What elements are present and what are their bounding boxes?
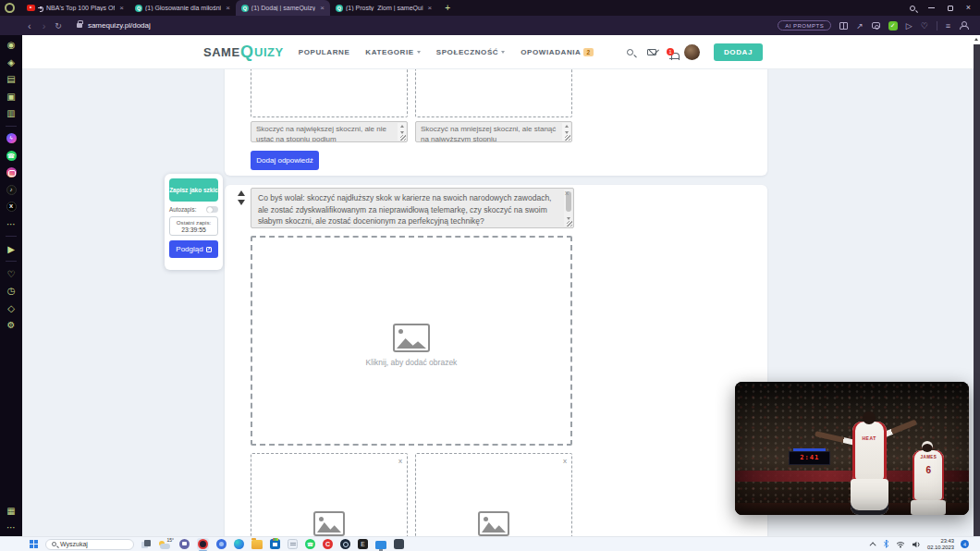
vpn-shield-icon[interactable]: ✓ — [888, 21, 898, 31]
address-bar[interactable]: samequizy.pl/dodaj — [88, 21, 151, 30]
speed-dial-icon[interactable]: ◈ — [6, 57, 17, 67]
gx-store-icon[interactable]: ▤ — [6, 74, 17, 84]
nav-spolecznosc[interactable]: SPOŁECZNOŚĆ — [436, 48, 506, 56]
close-button[interactable]: × — [966, 4, 971, 12]
opera-gx-taskbar-active[interactable] — [197, 538, 209, 550]
messages-envelope-icon[interactable] — [647, 49, 656, 56]
answer4-image-dropzone[interactable]: x — [415, 453, 572, 536]
flow-icon[interactable]: ▷ — [906, 21, 913, 31]
ccleaner-icon[interactable]: C — [323, 539, 333, 549]
user-avatar[interactable] — [684, 44, 700, 60]
instagram-icon[interactable] — [6, 167, 17, 178]
start-button[interactable] — [30, 540, 38, 548]
remove-question-icon[interactable]: x — [565, 190, 569, 197]
resize-grip-icon[interactable] — [565, 135, 570, 141]
screenshot-image-icon[interactable]: ▦ — [6, 506, 17, 516]
tab-youtube[interactable]: NBA's Top 100 Plays Of × — [21, 0, 129, 16]
scroll-up-icon[interactable] — [974, 38, 978, 41]
ai-prompts-button[interactable]: AI PROMPTS — [778, 20, 831, 31]
monitor-app-icon[interactable] — [375, 541, 386, 549]
scrollbar-thumb[interactable] — [974, 44, 980, 536]
tab-audio-icon[interactable] — [38, 6, 43, 11]
copilot-blue-icon[interactable] — [216, 539, 227, 549]
history-clock-icon[interactable]: ◷ — [6, 286, 17, 296]
chevron-up-icon[interactable] — [870, 542, 876, 548]
feed-icon[interactable]: ▥ — [6, 108, 17, 118]
tab-close-icon[interactable]: × — [320, 4, 325, 12]
tab-prosty-ziom[interactable]: Q (1) Prosty_Ziom | sameQui × — [330, 0, 437, 16]
favorites-heart-icon[interactable]: ♡ — [921, 21, 928, 31]
back-button[interactable]: ‹ — [28, 18, 31, 34]
console-app-icon[interactable] — [394, 539, 404, 549]
add-quiz-button[interactable]: DODAJ — [714, 43, 763, 61]
notes-app-icon[interactable] — [288, 539, 298, 549]
tab-close-icon[interactable]: × — [119, 4, 124, 12]
answer1-image-dropzone[interactable] — [251, 69, 408, 117]
tab-dodaj-active[interactable]: Q (1) Dodaj | sameQuizy × — [236, 0, 330, 16]
file-explorer-icon[interactable] — [251, 540, 263, 549]
remove-answer-icon[interactable]: x — [563, 458, 567, 465]
maximize-button[interactable] — [948, 6, 953, 11]
move-down-icon[interactable] — [238, 200, 245, 205]
search-icon[interactable] — [627, 49, 633, 55]
x-twitter-icon[interactable]: X — [6, 202, 17, 212]
nav-popularne[interactable]: POPULARNE — [299, 48, 350, 56]
mods-box-icon[interactable]: ◇ — [6, 303, 17, 313]
snapshot-camera-icon[interactable] — [872, 22, 880, 29]
autosave-toggle[interactable] — [206, 206, 218, 213]
steam-icon[interactable] — [340, 539, 350, 549]
opera-gx-menu-icon[interactable] — [5, 3, 15, 13]
answer2-image-dropzone[interactable] — [415, 69, 572, 117]
tab-close-icon[interactable]: × — [428, 4, 433, 12]
add-answer-button[interactable]: Dodaj odpowiedź — [251, 151, 319, 170]
profile-icon[interactable] — [959, 21, 967, 30]
panels-icon[interactable] — [839, 22, 848, 30]
messenger-icon[interactable]: ϟ — [6, 133, 17, 143]
search-icon[interactable] — [910, 6, 915, 11]
resize-grip-icon[interactable] — [400, 135, 406, 141]
minimize-button[interactable] — [928, 7, 935, 8]
settings-sliders-icon[interactable]: ≡ — [946, 21, 950, 31]
question-textarea[interactable]: Co byś wolał: skoczyć najdłuższy skok w … — [251, 188, 574, 228]
settings-gear-icon[interactable]: ⚙ — [6, 320, 17, 330]
resize-grip-icon[interactable] — [567, 221, 572, 227]
answer3-image-dropzone[interactable]: x — [251, 453, 408, 536]
gx-play-icon[interactable]: ▶ — [6, 244, 17, 254]
twitch-icon[interactable]: ▣ — [6, 92, 17, 102]
gx-logo-icon[interactable]: ◉ — [6, 40, 17, 50]
volume-icon[interactable] — [912, 541, 921, 548]
tray-clock[interactable]: 23:43 02.10.2023 — [927, 538, 954, 550]
notification-count-badge[interactable]: 4 — [961, 540, 969, 548]
tiktok-icon[interactable]: ♪ — [6, 185, 17, 195]
whatsapp-icon[interactable]: ☎ — [305, 539, 315, 549]
save-draft-button[interactable]: Zapisz jako szkic — [169, 178, 218, 202]
remove-answer-icon[interactable]: x — [398, 458, 402, 465]
ms-store-icon[interactable] — [270, 539, 280, 549]
taskbar-search[interactable]: Wyszukaj — [45, 539, 134, 550]
edge-icon[interactable] — [234, 539, 244, 549]
share-icon[interactable]: ↗ — [856, 21, 864, 31]
teams-chat-icon[interactable] — [179, 539, 190, 549]
epic-games-icon[interactable]: E — [358, 539, 368, 549]
more-ellipsis-icon[interactable]: ⋯ — [6, 522, 17, 533]
tab-close-icon[interactable]: × — [226, 4, 230, 12]
lock-icon[interactable] — [77, 23, 82, 28]
nav-kategorie[interactable]: KATEGORIE — [365, 48, 420, 56]
aria-chat-icon[interactable]: ⋯ — [6, 219, 17, 229]
bluetooth-icon[interactable] — [883, 540, 889, 548]
question-image-dropzone[interactable]: Kliknij, aby dodać obrazek — [251, 236, 572, 446]
reload-button[interactable]: ↻ — [55, 21, 62, 31]
move-up-icon[interactable] — [238, 190, 245, 196]
nav-opowiadania[interactable]: OPOWIADANIA2 — [521, 48, 593, 56]
weather-icon[interactable]: 15° — [158, 539, 172, 550]
task-view-icon[interactable] — [141, 540, 151, 549]
page-scrollbar[interactable] — [974, 35, 980, 536]
whatsapp-icon[interactable]: ☎ — [6, 151, 17, 161]
pip-video-player[interactable]: 2:41 HEAT JAMES 6 — [735, 382, 969, 515]
samequizy-logo[interactable]: SAME Q UIZY — [203, 44, 284, 59]
forward-button[interactable]: › — [43, 18, 46, 34]
tab-glosowanie[interactable]: Q (1) Głosowanie dla miłośni × — [129, 0, 236, 16]
answer2-textarea[interactable]: Skoczyć na mniejszej skoczni, ale stanąć… — [415, 121, 572, 142]
preview-button[interactable]: Podgląd ↗ — [169, 240, 218, 258]
favorites-heart-icon[interactable]: ♡ — [6, 269, 17, 279]
